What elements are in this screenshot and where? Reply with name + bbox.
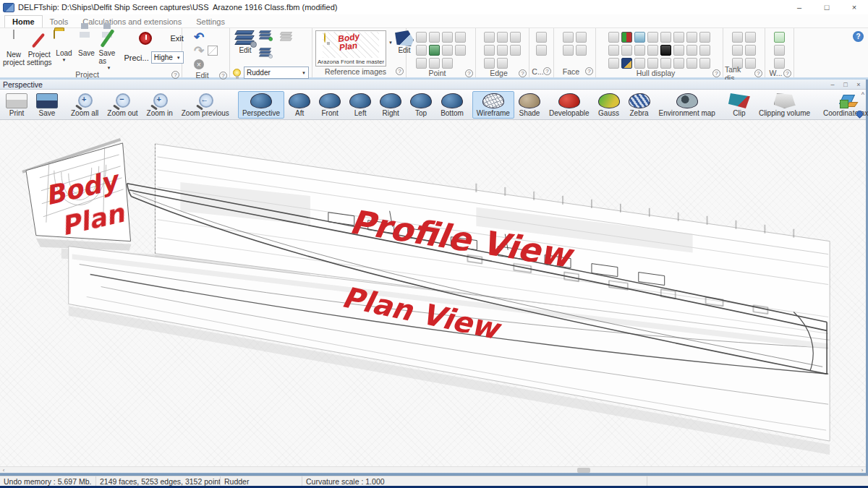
project-settings-button[interactable]: Project settings (27, 30, 51, 67)
tool-icon[interactable] (442, 58, 453, 69)
tool-icon[interactable] (647, 45, 658, 56)
tool-icon[interactable] (416, 58, 427, 69)
shade-mode-button[interactable]: Shade (514, 91, 545, 119)
tool-icon[interactable] (416, 32, 427, 43)
tool-icon[interactable] (774, 32, 785, 43)
tool-icon[interactable] (576, 32, 587, 43)
layers-edit-button[interactable]: Edit (233, 30, 258, 54)
tool-icon[interactable] (699, 32, 710, 43)
tool-icon[interactable] (660, 45, 671, 56)
face-help-icon[interactable]: ? (585, 67, 593, 75)
window-help-icon[interactable]: ? (783, 69, 791, 77)
panel-maximize-icon[interactable]: □ (841, 81, 850, 88)
precision-dropdown[interactable]: Highe ▼ (151, 51, 184, 64)
tool-icon[interactable] (686, 45, 697, 56)
tool-icon[interactable] (686, 32, 697, 43)
tool-icon[interactable] (774, 45, 785, 56)
tool-icon[interactable] (745, 45, 756, 56)
tab-settings[interactable]: Settings (189, 16, 232, 27)
tool-icon[interactable] (608, 45, 619, 56)
hull-display-help-icon[interactable]: ? (712, 69, 720, 77)
new-project-button[interactable]: New project (3, 30, 25, 67)
tool-icon[interactable] (745, 32, 756, 43)
delete-icon[interactable]: × (194, 59, 204, 69)
tool-icon[interactable] (732, 45, 743, 56)
top-view-button[interactable]: Top (406, 91, 436, 119)
tank-display-help-icon[interactable]: ? (754, 69, 762, 77)
tool-icon[interactable] (621, 45, 632, 56)
layer-disabled-icon[interactable] (281, 32, 292, 42)
3d-viewport[interactable]: Body Plan Profile View Plan View (0, 120, 866, 466)
tool-icon[interactable] (497, 45, 508, 56)
tool-icon[interactable] (660, 32, 671, 43)
tool-icon[interactable] (686, 58, 697, 69)
reference-help-icon[interactable]: ? (396, 67, 404, 75)
scroll-right-icon[interactable]: › (859, 467, 866, 474)
environment-map-button[interactable]: Environment map (655, 91, 720, 119)
tool-icon[interactable] (774, 58, 785, 69)
gauss-mode-button[interactable]: Gauss (594, 91, 624, 119)
tool-icon[interactable] (608, 58, 619, 69)
wireframe-mode-button[interactable]: Wireframe (472, 91, 514, 119)
point-help-icon[interactable]: ? (465, 69, 473, 77)
tool-icon[interactable] (429, 32, 440, 43)
layer-edit-icon[interactable] (260, 48, 271, 58)
tool-icon[interactable] (634, 58, 645, 69)
tool-icon[interactable] (536, 45, 547, 56)
tool-icon[interactable] (510, 45, 521, 56)
tool-icon[interactable] (442, 45, 453, 56)
tool-icon[interactable] (484, 32, 495, 43)
tool-icon[interactable] (442, 32, 453, 43)
tool-icon[interactable] (634, 32, 645, 43)
tool-icon[interactable] (455, 45, 466, 56)
tab-home[interactable]: Home (4, 15, 43, 27)
tool-icon[interactable] (673, 45, 684, 56)
tool-icon[interactable] (673, 58, 684, 69)
tool-icon[interactable] (563, 32, 574, 43)
tool-icon[interactable] (416, 45, 427, 56)
tool-icon[interactable] (699, 45, 710, 56)
scroll-left-icon[interactable]: ‹ (0, 467, 7, 474)
zebra-mode-button[interactable]: Zebra (624, 91, 655, 119)
save-button[interactable]: Save (76, 30, 96, 57)
edge-help-icon[interactable]: ? (519, 69, 527, 77)
redo-icon[interactable]: ↷ (194, 45, 204, 57)
perspective-view-button[interactable]: Perspective (238, 91, 284, 119)
minimize-button[interactable]: – (786, 0, 813, 14)
clipping-volume-button[interactable]: Clipping volume (754, 91, 814, 119)
tool-icon[interactable] (699, 58, 710, 69)
tool-icon[interactable] (484, 58, 495, 69)
tool-icon[interactable] (536, 32, 547, 43)
edit-help-icon[interactable]: ? (219, 72, 227, 80)
tool-icon[interactable] (621, 32, 632, 43)
tool-icon[interactable] (647, 32, 658, 43)
aft-view-button[interactable]: Aft (284, 91, 315, 119)
tool-icon[interactable] (429, 58, 440, 69)
tool-icon[interactable] (484, 45, 495, 56)
zoom-in-button[interactable]: +Zoom in (142, 91, 177, 119)
tool-icon[interactable] (563, 45, 574, 56)
print-button[interactable]: Print (1, 91, 32, 119)
save-view-button[interactable]: Save (32, 91, 62, 119)
tool-icon[interactable] (497, 58, 508, 69)
panel-close-icon[interactable]: × (854, 81, 863, 88)
tool-icon[interactable] (660, 58, 671, 69)
zoom-out-button[interactable]: −Zoom out (103, 91, 142, 119)
bottom-view-button[interactable]: Bottom (436, 91, 468, 119)
active-layer-dropdown[interactable]: Rudder ▼ (244, 67, 309, 79)
zoom-all-button[interactable]: +Zoom all (67, 91, 103, 119)
load-dropdown-caret[interactable]: ▼ (62, 58, 67, 62)
tool-icon[interactable] (455, 32, 466, 43)
exit-button[interactable]: Exit (124, 30, 183, 46)
tool-icon[interactable] (510, 32, 521, 43)
tab-calculations[interactable]: Calculations and extensions (75, 16, 189, 27)
tool-icon[interactable] (576, 45, 587, 56)
tool-icon[interactable] (634, 45, 645, 56)
select-tool-icon[interactable] (208, 46, 218, 56)
scrollbar-thumb[interactable] (577, 468, 590, 473)
developable-mode-button[interactable]: Developable (545, 91, 594, 119)
save-as-button[interactable]: Save as ▼ (98, 30, 119, 70)
tool-icon[interactable] (647, 58, 658, 69)
tool-icon[interactable] (621, 58, 632, 69)
perspective-panel-titlebar[interactable]: Perspective – □ × (0, 80, 866, 90)
